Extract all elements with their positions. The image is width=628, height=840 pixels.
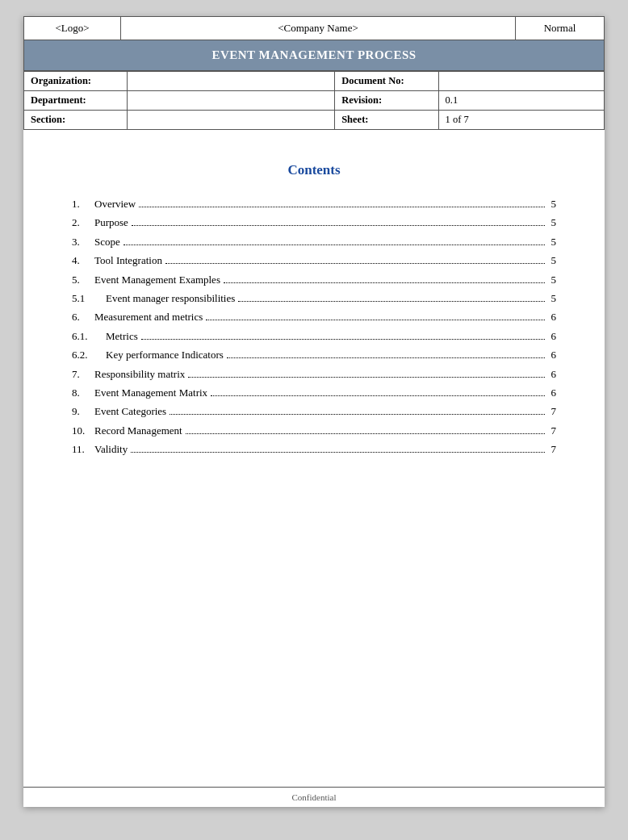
- toc-page: 6: [548, 327, 556, 345]
- dept-label: Department:: [24, 91, 128, 111]
- toc-dots: [132, 225, 545, 226]
- section-value: [128, 111, 335, 130]
- toc-label: Event Categories: [94, 402, 166, 420]
- toc-number: 6.1.: [72, 327, 106, 345]
- toc-number: 2.: [72, 213, 94, 232]
- header-table: <Logo> <Company Name> Normal: [23, 16, 605, 40]
- toc-number: 5.1: [72, 289, 106, 307]
- toc-label: Purpose: [94, 213, 128, 232]
- toc-label: Event manager responsibilities: [106, 289, 235, 307]
- toc-item: 1.Overview5: [72, 194, 556, 213]
- dept-value: [128, 91, 335, 111]
- toc-label: Overview: [94, 194, 136, 213]
- toc-number: 4.: [72, 251, 94, 270]
- org-label: Organization:: [24, 72, 128, 91]
- toc-item: 5.1Event manager responsibilities5: [72, 289, 556, 307]
- toc-dots: [227, 357, 545, 358]
- toc-page: 6: [548, 307, 556, 326]
- toc-label: Validity: [94, 440, 128, 458]
- info-table: Organization: Document No: Department: R…: [23, 71, 605, 130]
- toc-number: 6.: [72, 307, 94, 326]
- doc-no-label: Document No:: [335, 72, 438, 91]
- toc-page: 5: [548, 213, 556, 232]
- toc-dots: [170, 414, 545, 415]
- toc-label: Tool Integration: [94, 251, 162, 270]
- toc-label: Event Management Examples: [94, 270, 220, 289]
- toc-item: 5.Event Management Examples5: [72, 270, 556, 289]
- toc-item: 9.Event Categories7: [72, 402, 556, 420]
- toc-dots: [224, 282, 545, 283]
- toc-number: 5.: [72, 270, 94, 289]
- toc-page: 7: [548, 440, 556, 458]
- toc-label: Measurement and metrics: [94, 307, 203, 326]
- toc-item: 6.Measurement and metrics6: [72, 307, 556, 326]
- toc-number: 8.: [72, 383, 94, 402]
- toc-item: 2.Purpose5: [72, 213, 556, 232]
- revision-value: 0.1: [438, 91, 604, 111]
- toc-number: 6.2.: [72, 345, 106, 364]
- toc-number: 9.: [72, 402, 94, 420]
- toc-number: 3.: [72, 232, 94, 251]
- sheet-label: Sheet:: [335, 111, 438, 130]
- toc-dots: [139, 207, 545, 207]
- toc-page: 5: [548, 232, 556, 251]
- toc-dots: [141, 339, 545, 340]
- toc-dots: [206, 320, 545, 320]
- toc-label: Metrics: [106, 327, 138, 345]
- logo-cell: <Logo>: [24, 17, 121, 40]
- doc-no-value: [438, 72, 604, 91]
- footer-text: Confidential: [292, 792, 337, 802]
- toc-label: Event Management Matrix: [94, 383, 207, 402]
- org-value: [128, 72, 335, 91]
- toc-item: 8.Event Management Matrix6: [72, 383, 556, 402]
- toc-label: Record Management: [94, 421, 182, 440]
- section-label: Section:: [24, 111, 128, 130]
- toc-number: 1.: [72, 194, 94, 213]
- toc-dots: [165, 263, 545, 264]
- toc-dots: [124, 244, 545, 245]
- sheet-value: 1 of 7: [438, 111, 604, 130]
- toc-page: 6: [548, 383, 556, 402]
- toc-dots: [186, 433, 545, 434]
- toc-label: Responsibility matrix: [94, 365, 185, 383]
- toc-dots: [211, 395, 545, 396]
- toc-page: 5: [548, 251, 556, 270]
- toc-page: 6: [548, 345, 556, 364]
- toc-item: 3.Scope5: [72, 232, 556, 251]
- document-page: <Logo> <Company Name> Normal EVENT MANAG…: [23, 16, 605, 807]
- toc-page: 7: [548, 402, 556, 420]
- contents-section: Contents 1.Overview52.Purpose53.Scope54.…: [23, 130, 605, 787]
- toc-number: 7.: [72, 365, 94, 383]
- toc-page: 5: [548, 289, 556, 307]
- footer: Confidential: [23, 787, 605, 807]
- normal-cell: Normal: [516, 17, 605, 40]
- toc-label: Key performance Indicators: [106, 345, 224, 364]
- toc-item: 11.Validity7: [72, 440, 556, 458]
- toc-item: 6.2.Key performance Indicators6: [72, 345, 556, 364]
- toc-number: 11.: [72, 440, 94, 458]
- toc-dots: [188, 377, 545, 378]
- toc-page: 5: [548, 270, 556, 289]
- toc-item: 4.Tool Integration5: [72, 251, 556, 270]
- toc-page: 6: [548, 365, 556, 383]
- toc-dots: [131, 452, 545, 453]
- toc-number: 10.: [72, 421, 94, 440]
- document-title: EVENT MANAGEMENT PROCESS: [23, 40, 605, 71]
- toc-page: 7: [548, 421, 556, 440]
- toc-list: 1.Overview52.Purpose53.Scope54.Tool Inte…: [72, 194, 556, 458]
- toc-item: 7.Responsibility matrix6: [72, 365, 556, 383]
- toc-page: 5: [548, 194, 556, 213]
- toc-dots: [238, 301, 545, 302]
- contents-title: Contents: [72, 162, 556, 178]
- revision-label: Revision:: [335, 91, 438, 111]
- company-cell: <Company Name>: [121, 17, 516, 40]
- toc-item: 6.1.Metrics6: [72, 327, 556, 345]
- toc-item: 10.Record Management7: [72, 421, 556, 440]
- toc-label: Scope: [94, 232, 120, 251]
